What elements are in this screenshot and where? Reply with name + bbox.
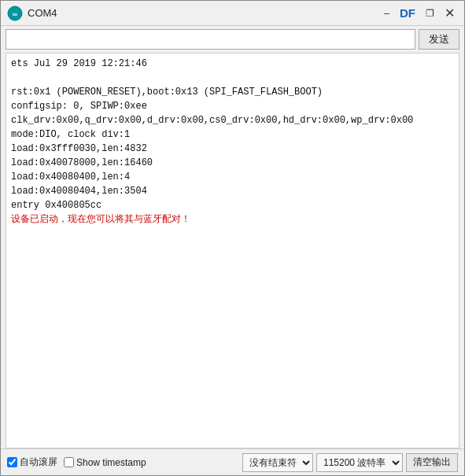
df-button[interactable]: DF xyxy=(397,6,419,20)
auto-scroll-label: 自动滚屏 xyxy=(20,456,57,469)
statusbar: 自动滚屏 Show timestamp 没有结束符 换行 回车 两者都有 300… xyxy=(1,448,464,475)
auto-scroll-input[interactable] xyxy=(7,457,17,467)
console-line: load:0x40080400,len:4 xyxy=(11,170,454,184)
timestamp-checkbox[interactable]: Show timestamp xyxy=(64,457,146,468)
minimize-button[interactable]: – xyxy=(380,7,393,20)
console-line: mode:DIO, clock div:1 xyxy=(11,127,454,142)
line-ending-dropdown[interactable]: 没有结束符 换行 回车 两者都有 xyxy=(242,453,313,472)
window-controls: – DF ❐ ✕ xyxy=(380,6,458,20)
status-right: 没有结束符 换行 回车 两者都有 300 1200 2400 4800 9600… xyxy=(242,453,458,472)
console-line: entry 0x400805cc xyxy=(11,198,454,212)
window-title: COM4 xyxy=(28,7,380,19)
baud-rate-dropdown[interactable]: 300 1200 2400 4800 9600 19200 38400 5760… xyxy=(316,453,403,472)
status-left: 自动滚屏 Show timestamp xyxy=(7,456,236,469)
message-input[interactable] xyxy=(6,29,415,50)
console-line: ets Jul 29 2019 12:21:46 xyxy=(11,57,454,71)
timestamp-label: Show timestamp xyxy=(76,457,146,468)
console-line: load:0x40080404,len:3504 xyxy=(11,184,454,198)
console-line: load:0x40078000,len:16460 xyxy=(11,156,454,170)
clear-button[interactable]: 清空输出 xyxy=(406,453,458,472)
console-output: ets Jul 29 2019 12:21:46 rst:0x1 (POWERO… xyxy=(6,53,459,448)
svg-text:∞: ∞ xyxy=(13,10,18,18)
console-line-highlight: 设备已启动，现在您可以将其与蓝牙配对！ xyxy=(11,212,454,227)
restore-button[interactable]: ❐ xyxy=(422,7,438,20)
send-button[interactable]: 发送 xyxy=(419,29,459,50)
close-button[interactable]: ✕ xyxy=(441,6,458,20)
auto-scroll-checkbox[interactable]: 自动滚屏 xyxy=(7,456,57,469)
console-line: rst:0x1 (POWERON_RESET),boot:0x13 (SPI_F… xyxy=(11,85,454,99)
timestamp-input[interactable] xyxy=(64,457,74,467)
console-line xyxy=(11,71,454,85)
console-line: clk_drv:0x00,q_drv:0x00,d_drv:0x00,cs0_d… xyxy=(11,113,454,127)
input-toolbar: 发送 xyxy=(1,26,464,53)
main-window: ∞ COM4 – DF ❐ ✕ 发送 ets Jul 29 2019 12:21… xyxy=(0,0,465,476)
console-line: load:0x3fff0030,len:4832 xyxy=(11,142,454,156)
titlebar: ∞ COM4 – DF ❐ ✕ xyxy=(1,1,464,26)
console-line: configsip: 0, SPIWP:0xee xyxy=(11,99,454,113)
arduino-icon: ∞ xyxy=(7,6,23,21)
